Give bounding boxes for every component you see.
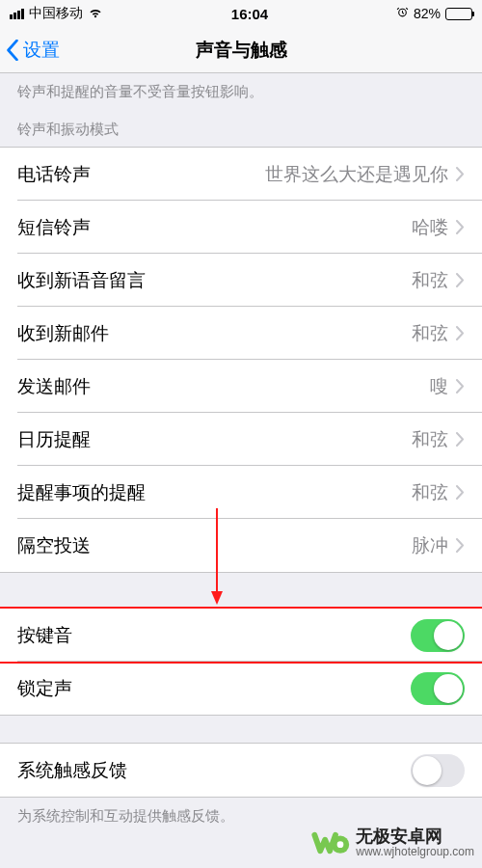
sounds-toggle-group: 按键音锁定声 bbox=[0, 608, 482, 716]
status-right: 82% bbox=[396, 6, 472, 21]
ringtone-cell[interactable]: 收到新邮件和弦 bbox=[0, 307, 482, 360]
ringtone-cell[interactable]: 日历提醒和弦 bbox=[0, 413, 482, 466]
watermark-logo-icon bbox=[311, 824, 350, 862]
chevron-right-icon bbox=[456, 326, 465, 340]
cell-value: 和弦 bbox=[412, 321, 448, 346]
chevron-right-icon bbox=[456, 273, 465, 287]
cell-value: 和弦 bbox=[412, 480, 448, 505]
battery-icon bbox=[445, 8, 472, 20]
ringtone-section-header: 铃声和振动模式 bbox=[0, 107, 482, 147]
toggle-knob bbox=[434, 674, 463, 703]
toggle-switch[interactable] bbox=[411, 672, 465, 705]
page-title: 声音与触感 bbox=[196, 38, 287, 63]
sound-toggle-cell: 锁定声 bbox=[0, 662, 482, 715]
toggle-knob bbox=[434, 621, 463, 650]
ringtone-cell[interactable]: 电话铃声世界这么大还是遇见你 bbox=[0, 148, 482, 201]
watermark-url: www.wjhotelgroup.com bbox=[356, 846, 474, 858]
nav-bar: 设置 声音与触感 bbox=[0, 27, 482, 73]
watermark-text: 无极安卓网 www.wjhotelgroup.com bbox=[356, 827, 474, 859]
toggle-switch[interactable] bbox=[411, 754, 465, 787]
wifi-icon bbox=[88, 6, 103, 21]
cell-label: 提醒事项的提醒 bbox=[17, 480, 146, 505]
ringtone-cell[interactable]: 收到新语音留言和弦 bbox=[0, 254, 482, 307]
chevron-right-icon bbox=[456, 485, 465, 500]
toggle-switch[interactable] bbox=[411, 619, 465, 652]
ringtone-cell-group: 电话铃声世界这么大还是遇见你短信铃声哈喽收到新语音留言和弦收到新邮件和弦发送邮件… bbox=[0, 147, 482, 573]
chevron-right-icon bbox=[456, 538, 465, 553]
cell-label: 短信铃声 bbox=[17, 215, 91, 240]
ringtone-cell[interactable]: 提醒事项的提醒和弦 bbox=[0, 466, 482, 519]
cell-value: 哈喽 bbox=[412, 215, 448, 240]
chevron-right-icon bbox=[456, 379, 465, 393]
cell-label: 电话铃声 bbox=[17, 162, 91, 187]
cell-label: 日历提醒 bbox=[17, 427, 91, 452]
status-bar: 中国移动 16:04 82% bbox=[0, 0, 482, 27]
alarm-icon bbox=[396, 6, 409, 21]
cell-label: 发送邮件 bbox=[17, 374, 91, 399]
cell-label: 锁定声 bbox=[17, 676, 72, 701]
cell-value: 嗖 bbox=[430, 374, 448, 399]
chevron-left-icon bbox=[6, 40, 19, 61]
chevron-right-icon bbox=[456, 167, 465, 181]
back-label: 设置 bbox=[23, 38, 60, 63]
toggle-knob bbox=[413, 756, 442, 785]
spacer bbox=[0, 716, 482, 743]
ringtone-cell[interactable]: 短信铃声哈喽 bbox=[0, 201, 482, 254]
carrier-label: 中国移动 bbox=[29, 5, 83, 22]
chevron-right-icon bbox=[456, 220, 465, 234]
signal-icon bbox=[10, 9, 24, 19]
status-time: 16:04 bbox=[231, 6, 268, 22]
content-scroll[interactable]: 铃声和提醒的音量不受音量按钮影响。 铃声和振动模式 电话铃声世界这么大还是遇见你… bbox=[0, 73, 482, 868]
cell-value: 世界这么大还是遇见你 bbox=[265, 162, 448, 187]
cell-label: 隔空投送 bbox=[17, 533, 91, 558]
spacer bbox=[0, 573, 482, 608]
ringtone-cell[interactable]: 隔空投送脉冲 bbox=[0, 519, 482, 572]
svg-point-4 bbox=[337, 841, 344, 848]
volume-description: 铃声和提醒的音量不受音量按钮影响。 bbox=[0, 73, 482, 107]
cell-label: 收到新邮件 bbox=[17, 321, 109, 346]
chevron-right-icon bbox=[456, 432, 465, 447]
haptic-toggle-group: 系统触感反馈 bbox=[0, 743, 482, 798]
ringtone-cell[interactable]: 发送邮件嗖 bbox=[0, 360, 482, 413]
watermark: 无极安卓网 www.wjhotelgroup.com bbox=[311, 824, 474, 862]
back-button[interactable]: 设置 bbox=[6, 27, 60, 72]
status-left: 中国移动 bbox=[10, 5, 103, 22]
cell-label: 收到新语音留言 bbox=[17, 268, 146, 293]
cell-value: 脉冲 bbox=[412, 533, 448, 558]
battery-percent: 82% bbox=[414, 6, 441, 21]
haptic-toggle-cell: 系统触感反馈 bbox=[0, 744, 482, 797]
cell-label: 系统触感反馈 bbox=[17, 758, 127, 783]
cell-value: 和弦 bbox=[412, 268, 448, 293]
cell-value: 和弦 bbox=[412, 427, 448, 452]
cell-label: 按键音 bbox=[17, 623, 72, 648]
sound-toggle-cell: 按键音 bbox=[0, 609, 482, 662]
watermark-brand: 无极安卓网 bbox=[356, 827, 474, 847]
